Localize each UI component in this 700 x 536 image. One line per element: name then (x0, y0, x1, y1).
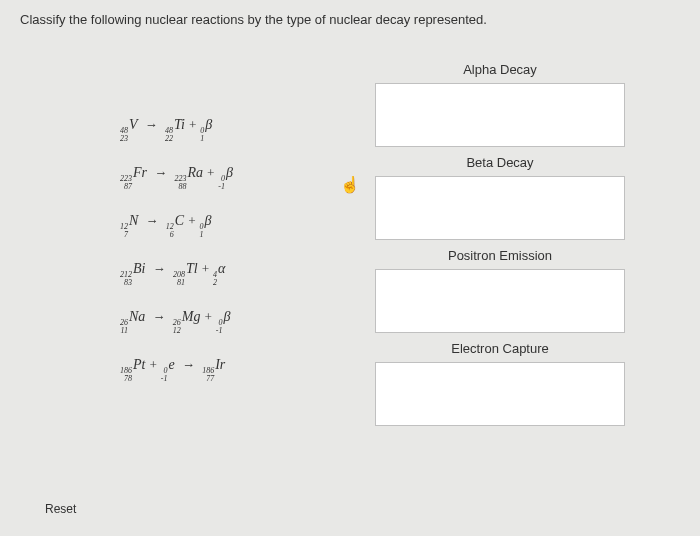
category-label: Alpha Decay (320, 62, 680, 77)
category-electron-capture: Electron Capture (320, 341, 680, 426)
category-positron: Positron Emission (320, 248, 680, 333)
category-beta: Beta Decay (320, 155, 680, 240)
question-text: Classify the following nuclear reactions… (20, 12, 680, 27)
reaction-item[interactable]: 22387Fr → 22388Ra + 0-1β (120, 165, 300, 191)
dropzone-electron-capture[interactable] (375, 362, 625, 426)
category-label: Electron Capture (320, 341, 680, 356)
category-alpha: Alpha Decay (320, 62, 680, 147)
reaction-item[interactable]: 127N → 126C + 01β (120, 213, 300, 239)
content-area: 4823V → 4822Ti + 01β 22387Fr → 22388Ra +… (20, 57, 680, 434)
category-label: Beta Decay (320, 155, 680, 170)
reactions-list: 4823V → 4822Ti + 01β 22387Fr → 22388Ra +… (20, 57, 300, 434)
reaction-item[interactable]: 4823V → 4822Ti + 01β (120, 117, 300, 143)
reaction-item[interactable]: 2611Na → 2612Mg + 0-1β (120, 309, 300, 335)
category-label: Positron Emission (320, 248, 680, 263)
reset-button[interactable]: Reset (45, 502, 76, 516)
dropzone-positron[interactable] (375, 269, 625, 333)
dropzone-alpha[interactable] (375, 83, 625, 147)
reaction-item[interactable]: 21283Bi → 20881Tl + 42α (120, 261, 300, 287)
categories-panel: Alpha Decay Beta Decay Positron Emission… (320, 57, 680, 434)
reaction-item[interactable]: 18678Pt + 0-1e → 18677Ir (120, 357, 300, 383)
dropzone-beta[interactable] (375, 176, 625, 240)
